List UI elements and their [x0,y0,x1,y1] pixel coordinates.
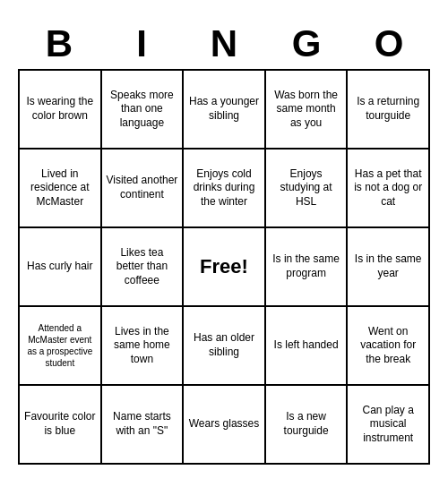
bingo-cell-11[interactable]: Likes tea better than coffeee [102,228,185,307]
bingo-cell-7[interactable]: Enjoys cold drinks during the winter [184,150,266,228]
bingo-cell-17[interactable]: Has an older sibling [184,307,266,386]
bingo-cell-5[interactable]: Lived in residence at McMaster [20,150,102,228]
bingo-cell-23[interactable]: Is a new tourguide [266,386,349,465]
bingo-cell-8[interactable]: Enjoys studying at HSL [266,150,349,228]
bingo-letter-i: I [102,22,181,65]
bingo-cell-18[interactable]: Is left handed [266,307,349,386]
bingo-cell-21[interactable]: Name starts with an "S" [102,386,185,465]
bingo-cell-13[interactable]: Is in the same program [266,228,349,307]
bingo-cell-19[interactable]: Went on vacation for the break [348,307,430,386]
bingo-cell-22[interactable]: Wears glasses [184,386,266,465]
bingo-cell-24[interactable]: Can play a musical instrument [348,386,430,465]
bingo-letter-g: G [267,22,346,65]
bingo-cell-12[interactable]: Free! [184,228,266,307]
bingo-letter-b: B [20,22,99,65]
bingo-cell-0[interactable]: Is wearing the color brown [20,71,102,150]
bingo-card: BINGO Is wearing the color brownSpeaks m… [9,13,439,474]
bingo-letter-o: O [349,22,428,65]
bingo-cell-3[interactable]: Was born the same month as you [266,71,349,150]
bingo-header: BINGO [18,22,430,65]
bingo-cell-4[interactable]: Is a returning tourguide [348,71,430,150]
bingo-cell-1[interactable]: Speaks more than one language [102,71,185,150]
bingo-cell-16[interactable]: Lives in the same home town [102,307,185,386]
bingo-cell-15[interactable]: Attended a McMaster event as a prospecti… [20,307,102,386]
bingo-letter-n: N [185,22,263,65]
bingo-cell-2[interactable]: Has a younger sibling [184,71,266,150]
bingo-cell-6[interactable]: Visited another continent [102,150,185,228]
bingo-cell-20[interactable]: Favourite color is blue [20,386,102,465]
bingo-cell-9[interactable]: Has a pet that is not a dog or cat [348,150,430,228]
bingo-cell-10[interactable]: Has curly hair [20,228,102,307]
bingo-cell-14[interactable]: Is in the same year [348,228,430,307]
bingo-grid: Is wearing the color brownSpeaks more th… [18,69,430,465]
